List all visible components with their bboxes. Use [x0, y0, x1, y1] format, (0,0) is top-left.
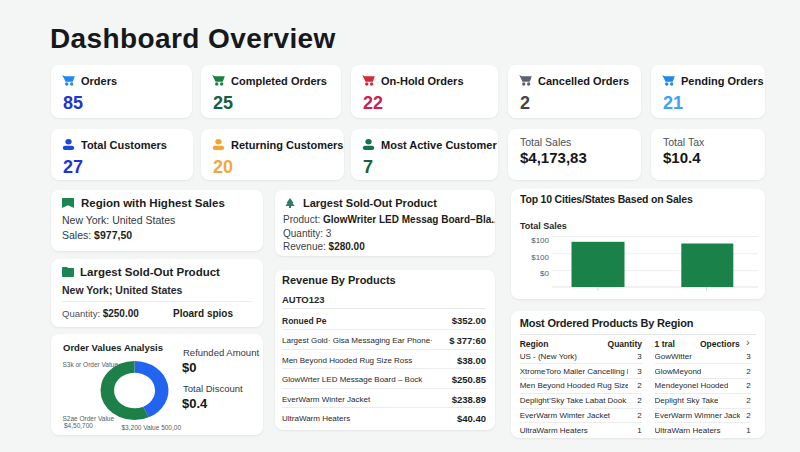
svg-text:S2ae Order Value: S2ae Order Value: [63, 415, 115, 422]
svg-text:$4,50,700: $4,50,700: [64, 422, 93, 429]
svg-text:$100: $100: [531, 253, 549, 262]
svg-text:$3,200 Value 500,00: $3,200 Value 500,00: [122, 424, 182, 431]
svg-text:$100: $100: [531, 236, 549, 245]
svg-text:S3k or Order Vatue: S3k or Order Vatue: [63, 361, 119, 368]
svg-text:$0: $0: [540, 269, 549, 278]
